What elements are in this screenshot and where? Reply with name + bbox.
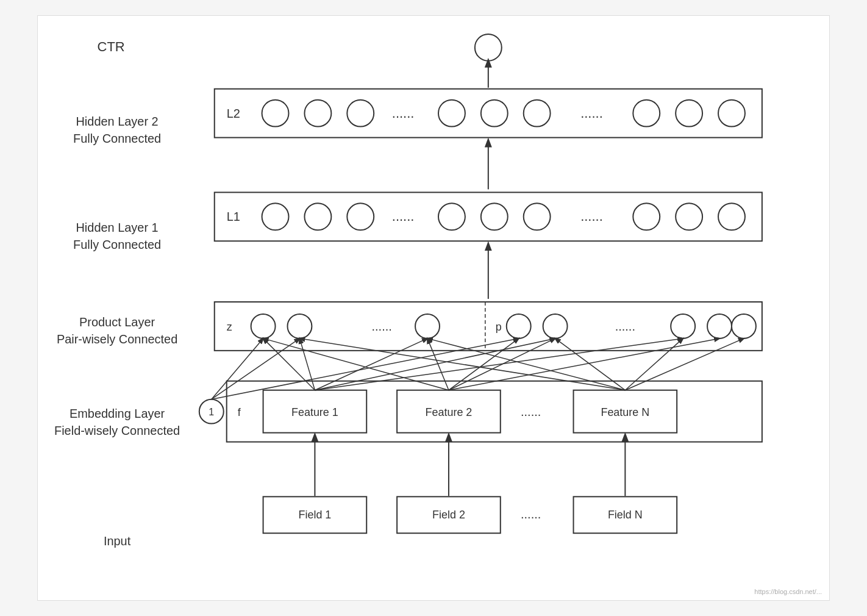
hidden1-label-line1: Hidden Layer 1 [76, 221, 158, 234]
p-label: p [496, 321, 502, 333]
fieldN-label: Field N [608, 509, 643, 521]
svg-text:......: ...... [392, 209, 415, 224]
svg-text:......: ...... [392, 106, 415, 121]
l1-label: L1 [227, 210, 240, 223]
field1-label: Field 1 [298, 509, 331, 521]
feature2-label: Feature 2 [426, 406, 473, 418]
product-label-line2: Pair-wisely Connected [57, 332, 177, 346]
watermark: https://blog.csdn.net/... [754, 588, 822, 595]
hidden2-label-line2: Fully Connected [73, 132, 161, 145]
hidden1-label-line2: Fully Connected [73, 238, 161, 251]
input-label: Input [104, 534, 131, 548]
svg-text:......: ...... [615, 320, 635, 333]
field2-label: Field 2 [432, 509, 465, 521]
l2-label: L2 [227, 107, 240, 120]
z-label: z [227, 321, 232, 333]
feature-dots: ...... [521, 405, 541, 418]
ctr-label: CTR [98, 39, 125, 54]
svg-text:......: ...... [580, 209, 603, 224]
field-dots: ...... [521, 507, 541, 521]
hidden2-label-line1: Hidden Layer 2 [76, 115, 158, 128]
svg-text:......: ...... [372, 320, 392, 333]
svg-text:......: ...... [580, 106, 603, 121]
embedding-label-line2: Field-wisely Connected [54, 424, 180, 437]
product-label-line1: Product Layer [79, 315, 155, 329]
bias-label: 1 [209, 407, 214, 417]
feature1-label: Feature 1 [291, 406, 338, 418]
embedding-label-line1: Embedding Layer [70, 407, 165, 420]
featureN-label: Feature N [601, 406, 649, 418]
diagram-container: CTR Hidden Layer 2 Fully Connected Hidde… [37, 15, 830, 601]
